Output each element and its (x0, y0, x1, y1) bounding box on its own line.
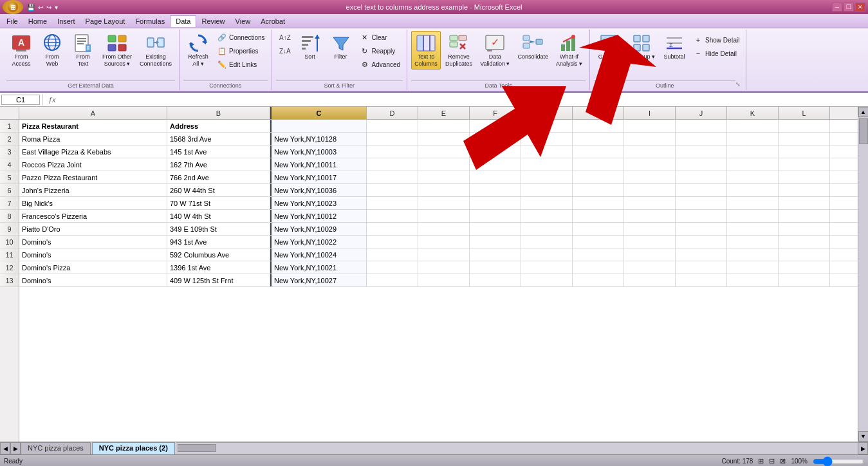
cell-L10[interactable] (779, 236, 830, 248)
cell-D6[interactable] (367, 184, 418, 196)
cell-K1[interactable] (727, 120, 779, 132)
vertical-scrollbar[interactable]: ▲ ▼ (858, 107, 868, 442)
cell-I10[interactable] (624, 236, 676, 248)
row-num-7[interactable]: 7 (0, 197, 19, 210)
close-button[interactable]: ✕ (855, 3, 865, 12)
sheet-tab-1[interactable]: NYC pizza places (21, 442, 91, 454)
from-text-button[interactable]: FromText (68, 31, 98, 70)
cell-A2[interactable]: Roma Pizza (19, 133, 167, 145)
cell-B1[interactable]: Address (167, 120, 270, 132)
minimize-button[interactable]: ─ (832, 3, 842, 12)
hide-detail-button[interactable]: − Hide Detail (690, 47, 742, 60)
col-header-i[interactable]: I (624, 107, 676, 119)
cell-E13[interactable] (418, 274, 470, 286)
cell-K7[interactable] (727, 197, 779, 209)
cell-J4[interactable] (676, 158, 727, 171)
row-num-10[interactable]: 10 (0, 236, 19, 248)
horizontal-scrollbar[interactable] (176, 442, 858, 452)
h-scroll-thumb[interactable] (178, 444, 216, 452)
menu-file[interactable]: File (1, 16, 23, 26)
cell-F12[interactable] (470, 261, 521, 274)
cell-E10[interactable] (418, 236, 470, 248)
cell-C6[interactable]: New York,NY,10036 (270, 184, 367, 196)
redo-quick-btn[interactable]: ↪ (45, 3, 53, 12)
cell-D4[interactable] (367, 158, 418, 171)
cell-J10[interactable] (676, 236, 727, 248)
cell-G4[interactable] (521, 158, 573, 171)
cell-F1[interactable] (470, 120, 521, 132)
cell-G2[interactable] (521, 133, 573, 145)
cell-E8[interactable] (418, 210, 470, 222)
menu-page-layout[interactable]: Page Layout (80, 16, 131, 26)
cell-L5[interactable] (779, 171, 830, 183)
col-header-k[interactable]: K (727, 107, 779, 119)
cell-B11[interactable]: 592 Columbus Ave (167, 248, 270, 261)
refresh-all-button[interactable]: RefreshAll ▾ (183, 31, 213, 70)
cell-B7[interactable]: 70 W 71st St (167, 197, 270, 209)
cell-B9[interactable]: 349 E 109th St (167, 223, 270, 235)
cell-A6[interactable]: John's Pizzeria (19, 184, 167, 196)
cell-H13[interactable] (573, 274, 624, 286)
cell-D10[interactable] (367, 236, 418, 248)
cell-H9[interactable] (573, 223, 624, 235)
scroll-down-btn[interactable]: ▼ (858, 431, 869, 442)
cell-E1[interactable] (418, 120, 470, 132)
cell-I6[interactable] (624, 184, 676, 196)
col-header-e[interactable]: E (418, 107, 470, 119)
cell-E4[interactable] (418, 158, 470, 171)
cell-H6[interactable] (573, 184, 624, 196)
cell-L11[interactable] (779, 248, 830, 261)
cell-J12[interactable] (676, 261, 727, 274)
office-button[interactable]: ⊞ (3, 0, 23, 14)
cell-D11[interactable] (367, 248, 418, 261)
cell-H8[interactable] (573, 210, 624, 222)
cell-B3[interactable]: 145 1st Ave (167, 145, 270, 158)
cell-A12[interactable]: Domino's Pizza (19, 261, 167, 274)
sheet-tab-scroll-right[interactable]: ▶ (10, 442, 21, 454)
cell-reference-box[interactable] (1, 95, 40, 105)
cell-A8[interactable]: Francesco's Pizzeria (19, 210, 167, 222)
cell-C2[interactable]: New York,NY,10128 (270, 133, 367, 145)
row-num-3[interactable]: 3 (0, 145, 19, 158)
cell-K10[interactable] (727, 236, 779, 248)
cell-B8[interactable]: 140 W 4th St (167, 210, 270, 222)
cell-D8[interactable] (367, 210, 418, 222)
cell-C12[interactable]: New York,NY,10021 (270, 261, 367, 274)
cell-C13[interactable]: New York,NY,10027 (270, 274, 367, 286)
save-quick-btn[interactable]: 💾 (26, 3, 36, 12)
cell-F9[interactable] (470, 223, 521, 235)
show-detail-button[interactable]: + Show Detail (690, 33, 742, 46)
connections-button[interactable]: 🔗 Connections (214, 31, 268, 44)
cell-I8[interactable] (624, 210, 676, 222)
row-num-12[interactable]: 12 (0, 261, 19, 274)
cell-K4[interactable] (727, 158, 779, 171)
cell-L8[interactable] (779, 210, 830, 222)
cell-L9[interactable] (779, 223, 830, 235)
cell-A7[interactable]: Big Nick's (19, 197, 167, 209)
undo-quick-btn[interactable]: ↩ (37, 3, 44, 12)
cell-L3[interactable] (779, 145, 830, 158)
zoom-slider[interactable] (813, 456, 864, 467)
cell-H11[interactable] (573, 248, 624, 261)
view-preview-btn[interactable]: ⊠ (780, 457, 786, 465)
cell-D2[interactable] (367, 133, 418, 145)
cell-E6[interactable] (418, 184, 470, 196)
cell-D13[interactable] (367, 274, 418, 286)
cell-G12[interactable] (521, 261, 573, 274)
menu-acrobat[interactable]: Acrobat (255, 16, 290, 26)
cell-F4[interactable] (470, 158, 521, 171)
cell-G7[interactable] (521, 197, 573, 209)
what-if-analysis-button[interactable]: What-IfAnalysis ▾ (553, 31, 586, 70)
menu-insert[interactable]: Insert (52, 16, 80, 26)
cell-A10[interactable]: Domino's (19, 236, 167, 248)
edit-links-button[interactable]: ✏️ Edit Links (214, 58, 268, 71)
remove-duplicates-button[interactable]: RemoveDuplicates (442, 31, 476, 70)
sort-az-button[interactable]: A↑Z (276, 31, 294, 44)
col-header-a[interactable]: A (19, 107, 167, 119)
text-to-columns-button[interactable]: Text toColumns (411, 31, 441, 70)
cell-I13[interactable] (624, 274, 676, 286)
sheet-tab-2[interactable]: NYC pizza places (2) (92, 442, 175, 454)
cell-I3[interactable] (624, 145, 676, 158)
cell-H12[interactable] (573, 261, 624, 274)
col-header-h[interactable]: H (573, 107, 624, 119)
